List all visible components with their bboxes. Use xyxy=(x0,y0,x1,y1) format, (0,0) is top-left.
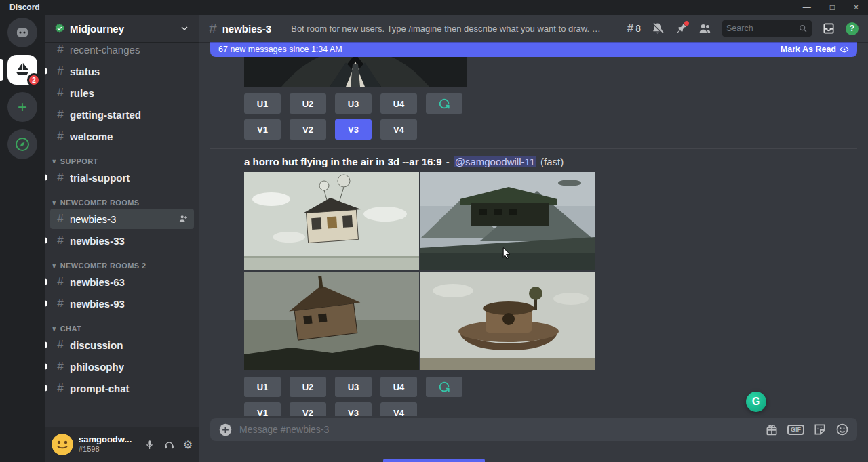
compass-icon xyxy=(14,136,31,152)
u1-button[interactable]: U1 xyxy=(244,93,281,114)
gif-picker-icon[interactable]: GIF xyxy=(787,425,804,435)
variation-button-row-prev: V1 V2 V3 V4 xyxy=(244,119,868,140)
sticker-icon[interactable] xyxy=(813,423,827,436)
grid-image-4[interactable] xyxy=(420,272,595,370)
user-mention[interactable]: @samgoodwill-11 xyxy=(454,156,536,167)
threads-button[interactable]: # 8 xyxy=(627,22,641,35)
attach-plus-icon[interactable] xyxy=(218,423,233,437)
window-titlebar: Discord — □ × xyxy=(0,0,868,15)
headphones-icon[interactable] xyxy=(163,439,175,450)
channel-philosophy[interactable]: # philosophy xyxy=(50,356,194,377)
hash-icon: # xyxy=(56,381,65,395)
member-list-icon[interactable] xyxy=(698,22,712,36)
channel-prompt-chat[interactable]: # prompt-chat xyxy=(50,378,194,398)
v3-button-selected[interactable]: V3 xyxy=(335,119,372,140)
channel-status[interactable]: # status xyxy=(50,61,194,81)
channel-discussion[interactable]: # discussion xyxy=(50,335,194,355)
mark-as-read-button[interactable]: Mark As Read xyxy=(781,45,849,54)
hash-icon: # xyxy=(56,234,65,247)
unread-indicator xyxy=(45,279,47,285)
channel-welcome[interactable]: # welcome xyxy=(50,126,194,146)
create-invite-icon[interactable] xyxy=(178,213,189,224)
channel-newbies-33[interactable]: # newbies-33 xyxy=(50,230,194,251)
search-icon xyxy=(798,24,808,33)
message-header: a horro hut flying in the air in 3d --ar… xyxy=(244,156,857,167)
v1-button[interactable]: V1 xyxy=(244,119,281,140)
add-server-button[interactable]: + xyxy=(7,92,37,122)
generated-image-grid[interactable] xyxy=(244,172,595,370)
threads-icon: # xyxy=(627,22,633,35)
channel-list: # recent-changes # status # rules # gett… xyxy=(45,42,199,427)
v2-button[interactable]: V2 xyxy=(290,119,326,140)
channel-newbies-3-active[interactable]: # newbies-3 xyxy=(50,209,194,229)
gift-icon[interactable] xyxy=(765,423,778,436)
message-input-bar[interactable]: GIF xyxy=(210,418,857,441)
user-panel: samgoodw... #1598 ⚙ xyxy=(45,427,199,462)
section-newcomer-rooms[interactable]: ∨ NEWCOMER ROOMS xyxy=(50,198,194,207)
new-messages-text: 67 new messages since 1:34 AM xyxy=(218,45,342,54)
channel-trial-support[interactable]: # trial-support xyxy=(50,167,194,188)
section-support[interactable]: ∨ SUPPORT xyxy=(50,157,194,165)
channel-rules[interactable]: # rules xyxy=(50,83,194,103)
u3-button[interactable]: U3 xyxy=(335,377,372,397)
verified-badge-icon xyxy=(54,23,65,34)
u2-button[interactable]: U2 xyxy=(290,93,326,114)
hash-icon: # xyxy=(209,20,217,37)
channel-title: newbies-3 xyxy=(222,23,272,35)
notifications-muted-icon[interactable] xyxy=(651,22,665,35)
message-input[interactable] xyxy=(239,424,758,435)
hash-icon: # xyxy=(56,64,65,78)
close-icon[interactable]: × xyxy=(854,3,859,12)
divider xyxy=(281,22,281,35)
u3-button[interactable]: U3 xyxy=(335,93,372,114)
v2-button[interactable]: V2 xyxy=(290,402,326,416)
u4-button[interactable]: U4 xyxy=(380,377,417,397)
u1-button[interactable]: U1 xyxy=(244,377,281,397)
section-newcomer-rooms-2[interactable]: ∨ NEWCOMER ROOMS 2 xyxy=(50,261,194,270)
v3-button[interactable]: V3 xyxy=(335,402,372,416)
mention-badge: 2 xyxy=(27,73,41,87)
pinned-messages-icon[interactable] xyxy=(675,22,688,35)
search-bar[interactable] xyxy=(722,20,812,37)
u4-button[interactable]: U4 xyxy=(380,93,417,114)
reroll-button[interactable] xyxy=(426,377,462,397)
home-button[interactable] xyxy=(7,18,37,47)
grid-image-1[interactable] xyxy=(244,172,419,270)
u2-button[interactable]: U2 xyxy=(290,377,326,397)
v4-button[interactable]: V4 xyxy=(380,119,417,140)
eye-icon xyxy=(840,45,849,54)
help-icon[interactable]: ? xyxy=(846,22,859,35)
channel-recent-changes[interactable]: # recent-changes xyxy=(50,42,194,60)
chevron-down-icon: ∨ xyxy=(52,325,57,332)
channel-topic[interactable]: Bot room for new users. Type /imagine th… xyxy=(291,24,603,34)
emoji-icon[interactable] xyxy=(835,423,849,436)
username: samgoodw... xyxy=(79,435,138,445)
server-header[interactable]: Midjourney xyxy=(45,15,199,42)
channel-newbies-63[interactable]: # newbies-63 xyxy=(50,272,194,292)
new-messages-bar[interactable]: 67 new messages since 1:34 AM Mark As Re… xyxy=(210,42,857,57)
channel-getting-started[interactable]: # getting-started xyxy=(50,104,194,125)
search-input[interactable] xyxy=(726,24,795,33)
grid-image-3[interactable] xyxy=(244,272,419,370)
inbox-icon[interactable] xyxy=(822,22,835,35)
server-icon-midjourney[interactable]: 2 xyxy=(7,55,37,85)
gear-icon[interactable]: ⚙ xyxy=(183,438,193,451)
composer-area: GIF xyxy=(199,416,868,462)
avatar[interactable] xyxy=(52,434,73,455)
chevron-down-icon: ∨ xyxy=(52,262,57,269)
unread-indicator xyxy=(45,68,47,75)
section-chat[interactable]: ∨ CHAT xyxy=(50,324,194,333)
maximize-icon[interactable]: □ xyxy=(830,3,835,12)
v1-button[interactable]: V1 xyxy=(244,402,281,416)
chevron-down-icon xyxy=(179,23,190,34)
channel-newbies-93[interactable]: # newbies-93 xyxy=(50,293,194,314)
explore-servers-button[interactable] xyxy=(7,129,37,159)
grammarly-badge[interactable]: G xyxy=(746,392,766,412)
active-server-pill xyxy=(0,59,3,81)
reroll-button[interactable] xyxy=(426,93,462,114)
unread-indicator xyxy=(45,385,47,392)
minimize-icon[interactable]: — xyxy=(803,3,811,12)
user-info[interactable]: samgoodw... #1598 xyxy=(79,435,138,454)
microphone-icon[interactable] xyxy=(144,439,155,450)
v4-button[interactable]: V4 xyxy=(380,402,417,416)
